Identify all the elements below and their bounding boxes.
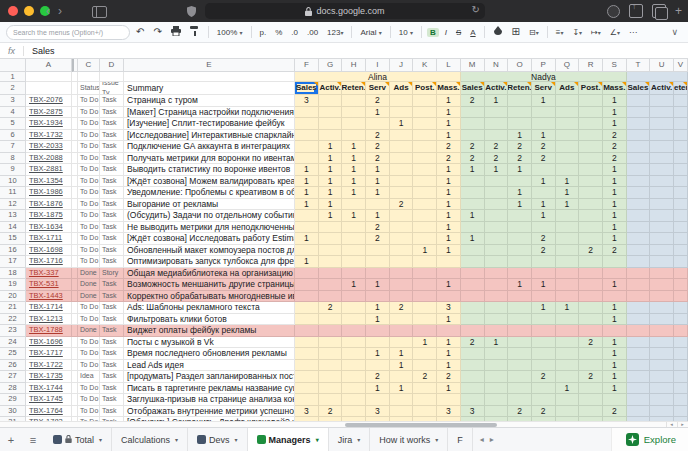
minimize-window-button[interactable]: [24, 6, 34, 16]
value-cell[interactable]: 1: [437, 233, 461, 245]
value-cell[interactable]: [413, 291, 437, 303]
value-cell[interactable]: [413, 187, 437, 199]
value-cell[interactable]: [342, 222, 366, 234]
column-header-V[interactable]: V: [674, 59, 688, 72]
value-cell[interactable]: [579, 107, 603, 119]
sheet-tab-menu-icon[interactable]: ▾: [316, 436, 319, 443]
value-cell[interactable]: 1: [437, 245, 461, 257]
value-cell[interactable]: 2: [390, 302, 414, 314]
column-header-I[interactable]: I: [366, 59, 390, 72]
value-cell[interactable]: [413, 383, 437, 395]
value-cell[interactable]: [461, 291, 485, 303]
row-header-3[interactable]: 3: [0, 95, 26, 107]
value-cell[interactable]: [342, 233, 366, 245]
value-cell[interactable]: [390, 268, 414, 280]
column-header-U[interactable]: U: [650, 59, 674, 72]
issue-type-cell[interactable]: Task: [100, 130, 124, 142]
value-cell[interactable]: [390, 176, 414, 188]
cell[interactable]: [627, 245, 651, 257]
value-cell[interactable]: [461, 394, 485, 406]
row-header-16[interactable]: 16: [0, 245, 26, 257]
status-cell[interactable]: Idea: [78, 371, 100, 383]
value-cell[interactable]: [413, 210, 437, 222]
summary-cell[interactable]: Страница с туром: [124, 95, 295, 107]
task-id-link[interactable]: TBX-1986: [26, 187, 72, 199]
text-rotation-button[interactable]: ∠▾: [607, 28, 623, 37]
cell[interactable]: [674, 199, 688, 211]
cell[interactable]: [627, 222, 651, 234]
value-cell[interactable]: 1: [556, 176, 580, 188]
status-cell[interactable]: To Do: [78, 107, 100, 119]
value-cell[interactable]: [579, 187, 603, 199]
value-cell[interactable]: 2: [461, 337, 485, 349]
value-cell[interactable]: [556, 233, 580, 245]
value-cell[interactable]: 1: [366, 279, 390, 291]
value-cell[interactable]: [413, 153, 437, 165]
value-cell[interactable]: 1: [508, 164, 532, 176]
value-cell[interactable]: [413, 314, 437, 326]
row-header-22[interactable]: 22: [0, 314, 26, 326]
cell[interactable]: [627, 371, 651, 383]
format-percent-button[interactable]: %: [272, 28, 285, 37]
cell[interactable]: [674, 383, 688, 395]
task-id-link[interactable]: TBX-2088: [26, 153, 72, 165]
status-cell[interactable]: To Do: [78, 141, 100, 153]
cell[interactable]: [650, 256, 674, 268]
value-cell[interactable]: [319, 337, 343, 349]
value-cell[interactable]: [556, 164, 580, 176]
value-cell[interactable]: [295, 383, 319, 395]
cell[interactable]: [650, 314, 674, 326]
value-cell[interactable]: [579, 314, 603, 326]
value-cell[interactable]: 1: [342, 153, 366, 165]
value-cell[interactable]: [390, 95, 414, 107]
value-cell[interactable]: 1: [603, 233, 627, 245]
row-header-19[interactable]: 19: [0, 279, 26, 291]
summary-cell[interactable]: Виджет оплаты фейбук рекламы: [124, 325, 295, 337]
column-header-K[interactable]: K: [413, 59, 437, 72]
value-cell[interactable]: [508, 222, 532, 234]
value-cell[interactable]: [461, 118, 485, 130]
value-cell[interactable]: 2: [508, 141, 532, 153]
value-cell[interactable]: [342, 245, 366, 257]
value-cell[interactable]: [532, 291, 556, 303]
value-cell[interactable]: 1: [413, 337, 437, 349]
value-cell[interactable]: [556, 268, 580, 280]
value-cell[interactable]: [556, 210, 580, 222]
subheader-nadya-serv[interactable]: Serv: [532, 82, 556, 95]
row-header-9[interactable]: 9: [0, 164, 26, 176]
value-cell[interactable]: [532, 256, 556, 268]
font-size-select[interactable]: 10 ▾: [396, 28, 416, 37]
value-cell[interactable]: [366, 325, 390, 337]
sheet-tab-menu-icon[interactable]: ▾: [357, 436, 360, 443]
value-cell[interactable]: [295, 302, 319, 314]
cell[interactable]: [650, 233, 674, 245]
cell[interactable]: [627, 210, 651, 222]
cell[interactable]: [650, 394, 674, 406]
value-cell[interactable]: [532, 268, 556, 280]
value-cell[interactable]: [319, 233, 343, 245]
issue-type-cell[interactable]: Task: [100, 199, 124, 211]
status-cell[interactable]: To Do: [78, 130, 100, 142]
value-cell[interactable]: [390, 406, 414, 418]
value-cell[interactable]: 1: [532, 95, 556, 107]
value-cell[interactable]: 1: [603, 222, 627, 234]
sheet-tab-managers[interactable]: Managers▾: [248, 428, 329, 451]
cell[interactable]: [650, 279, 674, 291]
row-header-30[interactable]: 30: [0, 406, 26, 418]
browser-forward-button[interactable]: ›: [58, 3, 62, 19]
sheet-tab-calculations[interactable]: Calculations▾: [112, 428, 188, 451]
value-cell[interactable]: [485, 314, 509, 326]
task-id-link[interactable]: TBX-1354: [26, 176, 72, 188]
value-cell[interactable]: [342, 360, 366, 372]
value-cell[interactable]: 2: [461, 95, 485, 107]
value-cell[interactable]: [556, 406, 580, 418]
cell[interactable]: [650, 95, 674, 107]
issue-type-cell[interactable]: Task: [100, 360, 124, 372]
borders-icon[interactable]: ⊞: [509, 26, 523, 38]
value-cell[interactable]: [295, 360, 319, 372]
value-cell[interactable]: 2: [579, 245, 603, 257]
cell[interactable]: [674, 337, 688, 349]
value-cell[interactable]: [342, 348, 366, 360]
value-cell[interactable]: [342, 268, 366, 280]
value-cell[interactable]: 2: [485, 153, 509, 165]
